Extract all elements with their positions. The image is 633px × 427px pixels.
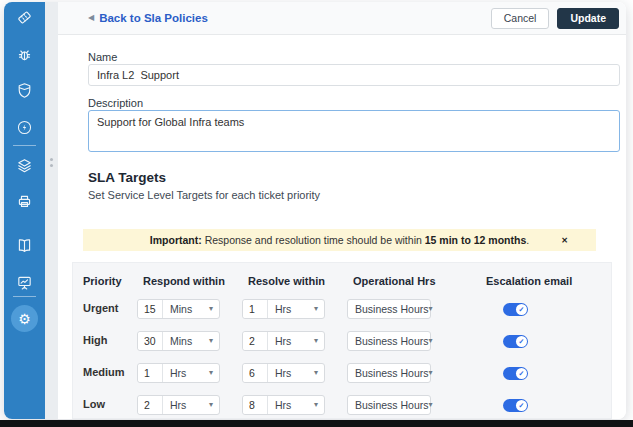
back-link-label: Back to Sla Policies: [99, 12, 208, 24]
operational-hours-select[interactable]: Business Hours ▾: [347, 363, 431, 383]
chevron-down-icon: ▾: [209, 337, 213, 345]
chevron-down-icon: ▾: [429, 337, 433, 345]
respond-unit-select[interactable]: Hrs ▾: [163, 396, 219, 414]
resolve-value-input[interactable]: [243, 364, 268, 382]
gear-icon: ⚙: [18, 312, 31, 326]
banner-text: Important: Response and resolution time …: [150, 234, 529, 246]
priority-label: Medium: [83, 366, 125, 378]
resolve-unit-select[interactable]: Hrs ▾: [268, 332, 324, 350]
priority-label: Low: [83, 398, 105, 410]
cancel-button[interactable]: Cancel: [491, 8, 550, 29]
main-content: ◀ Back to Sla Policies Cancel Update Nam…: [58, 2, 626, 419]
description-input[interactable]: Support for Global Infra teams: [88, 110, 620, 152]
respond-unit-select[interactable]: Mins ▾: [163, 332, 219, 350]
respond-within-group: Hrs ▾: [137, 363, 220, 383]
layers-icon: [16, 157, 33, 174]
column-header-respond-within: Respond within: [143, 275, 225, 287]
chevron-down-icon: ▾: [314, 337, 318, 345]
topbar-actions: Cancel Update: [491, 8, 619, 29]
name-input[interactable]: [88, 64, 620, 86]
chevron-down-icon: ▾: [209, 305, 213, 313]
sidebar-item-analytics[interactable]: [13, 271, 36, 294]
table-row-high: High Mins ▾ Hrs ▾: [73, 331, 611, 351]
resolve-within-group: Hrs ▾: [242, 299, 325, 319]
chevron-down-icon: ▾: [429, 369, 433, 377]
respond-unit-select[interactable]: Hrs ▾: [163, 364, 219, 382]
screen: ⚙ ◀ Back to Sla Policies Cancel Update N…: [0, 0, 633, 427]
sidebar-item-tickets[interactable]: [13, 6, 36, 29]
resolve-value-input[interactable]: [243, 396, 268, 414]
sidebar-divider: [13, 296, 36, 297]
sidebar-item-problems[interactable]: [13, 43, 36, 66]
printer-icon: [16, 193, 33, 210]
update-button[interactable]: Update: [557, 8, 619, 29]
name-label: Name: [88, 51, 117, 63]
resolve-unit-select[interactable]: Hrs ▾: [268, 396, 324, 414]
toggle-check-icon: ✓: [516, 368, 527, 379]
table-row-urgent: Urgent Mins ▾ Hrs ▾: [73, 299, 611, 319]
sidebar-item-printer[interactable]: [13, 190, 36, 213]
resolve-within-group: Hrs ▾: [242, 395, 325, 415]
toggle-check-icon: ✓: [516, 304, 527, 315]
priority-label: High: [83, 334, 107, 346]
escalation-email-toggle[interactable]: ✓: [503, 399, 528, 412]
respond-value-input[interactable]: [138, 332, 163, 350]
escalation-email-toggle[interactable]: ✓: [503, 335, 528, 348]
sla-targets-title: SLA Targets: [88, 170, 166, 185]
resolve-unit-select[interactable]: Hrs ▾: [268, 300, 324, 318]
back-to-sla-policies-link[interactable]: ◀ Back to Sla Policies: [88, 12, 208, 24]
sla-targets-table: Priority Respond within Resolve within O…: [72, 262, 612, 419]
important-banner: Important: Response and resolution time …: [83, 229, 596, 251]
operational-hours-select[interactable]: Business Hours ▾: [347, 299, 431, 319]
column-header-resolve-within: Resolve within: [248, 275, 325, 287]
respond-within-group: Hrs ▾: [137, 395, 220, 415]
table-row-low: Low Hrs ▾ Hrs ▾: [73, 395, 611, 415]
resolve-within-group: Hrs ▾: [242, 363, 325, 383]
bug-icon: [16, 46, 33, 63]
respond-value-input[interactable]: [138, 396, 163, 414]
shield-icon: [16, 82, 33, 99]
operational-hours-select[interactable]: Business Hours ▾: [347, 331, 431, 351]
back-arrow-icon: ◀: [88, 14, 94, 22]
priority-label: Urgent: [83, 302, 118, 314]
analytics-icon: [16, 274, 33, 291]
sidebar-item-changes[interactable]: [13, 79, 36, 102]
bolt-icon: [16, 119, 33, 136]
chevron-down-icon: ▾: [429, 305, 433, 313]
respond-value-input[interactable]: [138, 300, 163, 318]
respond-unit-select[interactable]: Mins ▾: [163, 300, 219, 318]
sidebar-divider: [13, 145, 36, 146]
escalation-email-toggle[interactable]: ✓: [503, 367, 528, 380]
ticket-icon: [16, 9, 33, 26]
resolve-value-input[interactable]: [243, 332, 268, 350]
description-label: Description: [88, 97, 143, 109]
column-header-operational-hrs: Operational Hrs: [353, 275, 436, 287]
app-window: ⚙ ◀ Back to Sla Policies Cancel Update N…: [4, 2, 626, 419]
respond-within-group: Mins ▾: [137, 331, 220, 351]
escalation-email-toggle[interactable]: ✓: [503, 303, 528, 316]
chevron-down-icon: ▾: [314, 369, 318, 377]
resolve-value-input[interactable]: [243, 300, 268, 318]
sidebar-item-releases[interactable]: [13, 116, 36, 139]
operational-hours-select[interactable]: Business Hours ▾: [347, 395, 431, 415]
chevron-down-icon: ▾: [209, 401, 213, 409]
column-header-escalation-email: Escalation email: [486, 275, 572, 287]
sidebar-item-knowledge-base[interactable]: [13, 234, 36, 257]
respond-within-group: Mins ▾: [137, 299, 220, 319]
table-row-medium: Medium Hrs ▾ Hrs ▾: [73, 363, 611, 383]
respond-value-input[interactable]: [138, 364, 163, 382]
toggle-check-icon: ✓: [516, 400, 527, 411]
topbar: ◀ Back to Sla Policies Cancel Update: [58, 2, 626, 35]
column-header-priority: Priority: [83, 275, 122, 287]
sidebar-item-assets[interactable]: [13, 154, 36, 177]
chevron-down-icon: ▾: [314, 401, 318, 409]
sidebar-item-admin-active[interactable]: ⚙: [11, 305, 38, 332]
drag-dots-icon[interactable]: [50, 158, 53, 170]
sla-targets-subtitle: Set Service Level Targets for each ticke…: [88, 189, 320, 201]
close-icon[interactable]: ✕: [561, 229, 568, 251]
chevron-down-icon: ▾: [209, 369, 213, 377]
sidebar: ⚙: [4, 2, 45, 419]
toggle-check-icon: ✓: [516, 336, 527, 347]
chevron-down-icon: ▾: [314, 305, 318, 313]
resolve-unit-select[interactable]: Hrs ▾: [268, 364, 324, 382]
